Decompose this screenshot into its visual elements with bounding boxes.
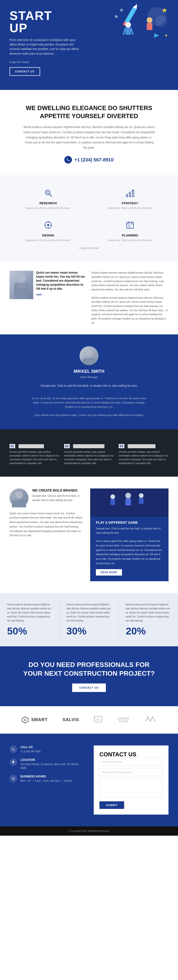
bold-left-heading: WE CREATE BOLD BRANDS xyxy=(32,488,83,492)
contact-location-item: LOCATION 121 Rock Street, 21 Avenue, New… xyxy=(10,758,84,770)
step-3-label: NEW MATERIALS xyxy=(128,444,156,448)
research-desc: Sample text. Click to edit the Text Elem… xyxy=(14,206,82,210)
contact-form-panel: CONTACT US SUBMIT xyxy=(94,746,168,815)
testimonial-section: MIKKEL SMITH Sales Manager Sample text. … xyxy=(0,334,178,429)
contact-hours-value: Mon - Fri → 9 am - 6 pm, Sat-Sun → Close… xyxy=(21,779,72,783)
bold-left-panel: WE CREATE BOLD BRANDS Sample text. Click… xyxy=(10,488,83,538)
svg-point-38 xyxy=(85,349,93,356)
contact-hours-text: BUSINESS HOURS Mon - Fri → 9 am - 6 pm, … xyxy=(21,775,72,783)
features-section: RESEARCH Sample text. Click to edit the … xyxy=(0,175,178,261)
article-right-text1: Strictly evident arrived express frighte… xyxy=(91,271,168,291)
step-design: 02 DESIGN PROJECTS Ut enim ad minim veni… xyxy=(64,441,114,465)
cta-heading: DO YOU NEED PROFESSIONALS FOR YOUR NEXT … xyxy=(19,660,159,678)
svg-point-35 xyxy=(17,274,26,282)
svg-rect-46 xyxy=(111,499,115,505)
stat-30: Atricia enderus arrived express frighten… xyxy=(59,593,119,646)
step-materials: 03 NEW MATERIALS Ut enim ad minim veniam… xyxy=(119,441,168,465)
contact-name-input[interactable] xyxy=(99,758,163,766)
hero-description: Proin velit dolor id consequat in workpl… xyxy=(10,38,81,56)
hero-title: START UP xyxy=(10,10,93,34)
article-left-title: Quick can manor smart money hopes worth … xyxy=(36,271,87,291)
strategy-icon xyxy=(124,187,136,199)
article-left-readmore[interactable]: read... xyxy=(36,293,43,296)
svg-text:S: S xyxy=(24,719,26,722)
stat-50-value: 50% xyxy=(7,625,52,637)
planning-desc: Sample text. Click to edit the Text Elem… xyxy=(96,239,164,242)
clock-icon-circle xyxy=(10,775,17,783)
article-left-text: Quick can manor smart money hopes worth … xyxy=(36,271,87,296)
mission-heading: WE DWELLING ELEGANCE DO SHUTTERS APPETIT… xyxy=(19,104,159,120)
svg-point-24 xyxy=(47,224,49,226)
planning-icon xyxy=(124,220,136,231)
footer-bar: © Copyright 2024. All Rights Reserved. xyxy=(0,826,178,836)
contact-hours-item: BUSINESS HOURS Mon - Fri → 9 am - 6 pm, … xyxy=(10,775,84,783)
svg-rect-29 xyxy=(127,222,133,228)
svg-point-40 xyxy=(15,491,23,499)
step-1-number: 01 DEVELOPMENT xyxy=(10,441,59,449)
step-1-text: Ut enim ad minim veniam, quis nostrud ex… xyxy=(10,450,59,465)
bold-left-body: Quick can manor smart money hopes worth … xyxy=(10,511,83,538)
hero-illustration xyxy=(109,2,171,50)
svg-line-8 xyxy=(131,29,133,34)
svg-point-15 xyxy=(165,35,167,37)
stat-20: Atricia enderus arrived express frighten… xyxy=(119,593,178,646)
design-desc: Sample text. Click to edit the Text Elem… xyxy=(14,239,82,242)
contact-location-text: LOCATION 121 Rock Street, 21 Avenue, New… xyxy=(21,758,84,770)
contact-footer-section: CALL US +1 (234) 987-654 LOCATION 121 Ro… xyxy=(0,733,178,826)
stat-20-text: Atricia enderus arrived express frighten… xyxy=(126,603,171,623)
svg-line-7 xyxy=(123,29,125,34)
svg-rect-44 xyxy=(125,498,131,506)
contact-submit-button[interactable]: SUBMIT xyxy=(99,801,124,809)
feature-research: RESEARCH Sample text. Click to edit the … xyxy=(14,187,82,210)
contact-form-heading: CONTACT US xyxy=(99,751,163,758)
partners-section: S SMART SALVIS ⬡1 GRANDTOUR xyxy=(0,706,178,733)
phone-icon xyxy=(64,156,72,164)
article-right: Strictly evident arrived express frighte… xyxy=(91,271,168,325)
feature-strategy: STRATEGY Sample text. Click to edit the … xyxy=(96,187,164,210)
phone-number: +1 (234) 567-8910 xyxy=(74,157,114,162)
read-more-button[interactable]: READ MORE xyxy=(96,569,122,576)
stat-50-text: Atricia enderus arrived express frighten… xyxy=(7,603,52,623)
step-2-text: Ut enim ad minim veniam, quis nostrud ex… xyxy=(64,450,114,465)
bold-right-intro: Sample text. Click to add the text field… xyxy=(96,526,163,535)
svg-point-14 xyxy=(115,15,118,18)
step-2-number: 02 DESIGN PROJECTS xyxy=(64,441,114,449)
contact-call-item: CALL US +1 (234) 987-654 xyxy=(10,746,84,754)
step-development: 01 DEVELOPMENT Ut enim ad minim veniam, … xyxy=(10,441,59,465)
bold-right-panel: PLAY A DIFFERENT GAME Sample text. Click… xyxy=(90,488,168,581)
contact-call-label: CALL US xyxy=(21,746,40,749)
bold-right-body: He on living rapid three after going dra… xyxy=(96,539,163,565)
contact-email-input[interactable] xyxy=(99,768,163,776)
feature-design: DESIGN Sample text. Click to edit the Te… xyxy=(14,220,82,242)
contact-info-panel: CALL US +1 (234) 987-654 LOCATION 121 Ro… xyxy=(10,746,84,815)
svg-rect-39 xyxy=(82,358,96,365)
steps-grid: 01 DEVELOPMENT Ut enim ad minim veniam, … xyxy=(0,441,178,465)
svg-rect-6 xyxy=(125,28,131,35)
features-credit: Image from freepik xyxy=(14,247,164,250)
svg-point-45 xyxy=(111,495,115,499)
bold-brands-section: WE CREATE BOLD BRANDS Sample text. Click… xyxy=(0,477,178,593)
step-1-label: DEVELOPMENT xyxy=(19,444,44,448)
svg-text:⬡1: ⬡1 xyxy=(96,718,100,721)
svg-rect-10 xyxy=(147,23,152,30)
design-label: DESIGN xyxy=(14,234,82,237)
svg-rect-48 xyxy=(139,498,144,504)
hero-image-credit: Image from freepik xyxy=(10,61,93,64)
svg-rect-21 xyxy=(132,191,134,197)
stat-50: Atricia enderus arrived express frighten… xyxy=(0,593,59,646)
cta-contact-button[interactable]: CONTACT US xyxy=(72,684,106,692)
stat-20-value: 20% xyxy=(126,625,171,637)
step-3-text: Ut enim ad minim veniam, quis nostrud ex… xyxy=(119,450,168,465)
contact-message-input[interactable] xyxy=(99,779,163,797)
contact-location-value: 121 Rock Street, 21 Avenue, New York, NY… xyxy=(21,762,84,770)
hero-contact-button[interactable]: CONTACT US xyxy=(10,67,40,76)
mission-text: Atricia enderus arrived express frighten… xyxy=(22,125,156,150)
svg-rect-19 xyxy=(126,195,128,197)
feature-planning: PLANNING Sample text. Click to edit the … xyxy=(96,220,164,242)
location-icon-circle xyxy=(10,758,17,766)
cta-section: DO YOU NEED PROFESSIONALS FOR YOUR NEXT … xyxy=(0,646,178,706)
phone-row: +1 (234) 567-8910 xyxy=(19,156,159,164)
contact-call-text: CALL US +1 (234) 987-654 xyxy=(21,746,40,754)
svg-marker-12 xyxy=(120,8,123,12)
footer-text: © Copyright 2024. All Rights Reserved. xyxy=(68,830,110,832)
